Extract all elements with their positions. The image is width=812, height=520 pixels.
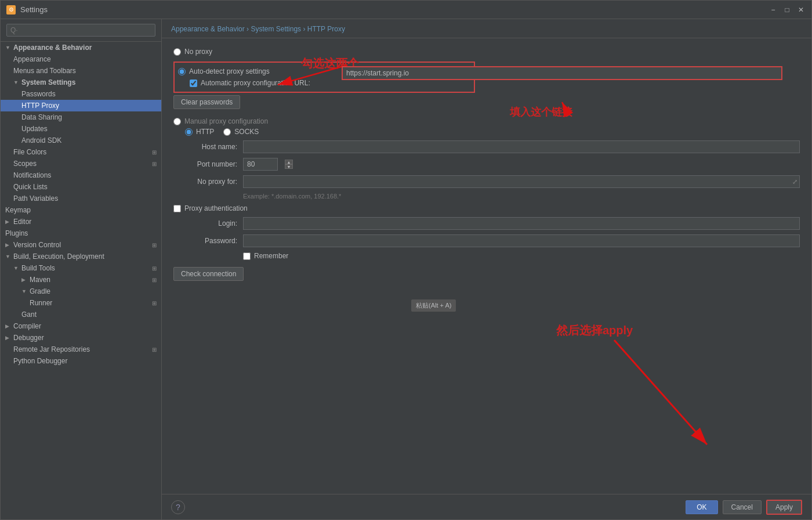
sidebar-item-appearance[interactable]: Appearance bbox=[1, 53, 161, 65]
sidebar-item-http-proxy[interactable]: HTTP Proxy bbox=[1, 100, 161, 111]
sidebar-item-runner[interactable]: Runner ⊞ bbox=[1, 297, 161, 309]
password-label: Password: bbox=[173, 237, 237, 245]
login-label: Login: bbox=[173, 219, 237, 228]
sidebar-item-updates[interactable]: Updates bbox=[1, 123, 161, 135]
minimize-button[interactable]: − bbox=[768, 5, 778, 15]
sidebar-item-label: Path Variables bbox=[13, 194, 58, 203]
sidebar-item-notifications[interactable]: Notifications bbox=[1, 169, 161, 181]
check-connection-button[interactable]: Check connection bbox=[173, 267, 244, 281]
proxy-radio-group: No proxy Auto-detect proxy settings Auto… bbox=[173, 48, 800, 125]
sidebar-item-label: Data Sharing bbox=[21, 113, 62, 121]
content-area: ▼ Appearance & Behavior Appearance Menus… bbox=[1, 19, 811, 519]
sidebar-item-python-debugger[interactable]: Python Debugger bbox=[1, 355, 161, 367]
sidebar-item-label: Passwords bbox=[21, 90, 56, 98]
socks-option[interactable]: SOCKS bbox=[223, 128, 259, 136]
sidebar-item-compiler[interactable]: ▶ Compiler bbox=[1, 320, 161, 332]
apply-button[interactable]: Apply bbox=[766, 500, 802, 515]
runner-icon: ⊞ bbox=[152, 300, 157, 306]
sidebar-item-keymap[interactable]: Keymap bbox=[1, 204, 161, 216]
sidebar-item-remote-jar[interactable]: Remote Jar Repositories ⊞ bbox=[1, 344, 161, 355]
window-title: Settings bbox=[20, 5, 768, 14]
sidebar-item-system-settings[interactable]: ▼ System Settings bbox=[1, 77, 161, 88]
expand-arrow: ▼ bbox=[21, 288, 27, 294]
sidebar-item-label: Python Debugger bbox=[13, 357, 67, 365]
clear-passwords-button[interactable]: Clear passwords bbox=[173, 95, 240, 109]
password-input[interactable] bbox=[243, 234, 800, 247]
cancel-button[interactable]: Cancel bbox=[723, 500, 762, 514]
auto-detect-radio[interactable] bbox=[178, 68, 186, 75]
expand-arrow: ▶ bbox=[5, 323, 11, 329]
sidebar-item-file-colors[interactable]: File Colors ⊞ bbox=[1, 146, 161, 158]
expand-arrow: ▶ bbox=[21, 277, 27, 283]
close-button[interactable]: ✕ bbox=[796, 5, 806, 15]
proxy-auth-checkbox[interactable] bbox=[173, 205, 181, 212]
expand-arrow: ▼ bbox=[5, 45, 11, 50]
auto-config-checkbox[interactable] bbox=[190, 80, 197, 87]
socks-radio[interactable] bbox=[223, 128, 231, 136]
port-up-button[interactable]: ▲ bbox=[285, 160, 293, 164]
sidebar-item-build-tools[interactable]: ▼ Build Tools ⊞ bbox=[1, 262, 161, 274]
auto-config-url-row: Automatic proxy configuration URL: bbox=[190, 79, 469, 87]
remember-checkbox[interactable] bbox=[243, 252, 251, 260]
clear-passwords-row: Clear passwords bbox=[173, 91, 800, 109]
sidebar-item-quick-lists[interactable]: Quick Lists bbox=[1, 181, 161, 193]
expand-arrow: ▼ bbox=[13, 80, 19, 85]
port-number-input[interactable] bbox=[243, 158, 278, 171]
no-proxy-wrapper: ⤢ bbox=[243, 175, 800, 188]
main-panel: Appearance & Behavior › System Settings … bbox=[162, 19, 811, 519]
sidebar-item-appearance-behavior[interactable]: ▼ Appearance & Behavior bbox=[1, 42, 161, 53]
no-proxy-for-input[interactable] bbox=[243, 175, 800, 188]
search-input[interactable] bbox=[6, 24, 155, 37]
sidebar-item-path-variables[interactable]: Path Variables bbox=[1, 193, 161, 204]
sidebar-item-debugger[interactable]: ▶ Debugger bbox=[1, 332, 161, 344]
sidebar-item-label: Keymap bbox=[5, 206, 31, 214]
sidebar-item-plugins[interactable]: Plugins bbox=[1, 228, 161, 239]
annotation-then-apply: 然后选择apply bbox=[556, 323, 633, 338]
sidebar-item-gradle[interactable]: ▼ Gradle bbox=[1, 286, 161, 297]
sidebar-item-scopes[interactable]: Scopes ⊞ bbox=[1, 158, 161, 169]
manual-proxy-radio[interactable] bbox=[173, 118, 181, 125]
sidebar-item-menus-toolbars[interactable]: Menus and Toolbars bbox=[1, 65, 161, 77]
sidebar-item-build-execution[interactable]: ▼ Build, Execution, Deployment bbox=[1, 251, 161, 262]
no-proxy-for-label: No proxy for: bbox=[173, 178, 237, 186]
http-radio[interactable] bbox=[185, 128, 193, 136]
host-name-input[interactable] bbox=[243, 140, 800, 153]
port-spinner: ▲ ▼ bbox=[285, 160, 293, 169]
build-tools-icon: ⊞ bbox=[152, 265, 157, 272]
no-proxy-label: No proxy bbox=[184, 48, 212, 56]
example-text: Example: *.domain.com, 192.168.* bbox=[243, 193, 800, 200]
svg-line-5 bbox=[614, 340, 707, 445]
sidebar-item-data-sharing[interactable]: Data Sharing bbox=[1, 111, 161, 123]
http-label: HTTP bbox=[196, 128, 214, 136]
no-proxy-for-row: No proxy for: ⤢ bbox=[173, 175, 800, 188]
no-proxy-option[interactable]: No proxy bbox=[173, 48, 800, 56]
sidebar-item-gant[interactable]: Gant bbox=[1, 309, 161, 320]
no-proxy-radio[interactable] bbox=[173, 48, 181, 56]
help-button[interactable]: ? bbox=[171, 500, 185, 514]
sidebar-item-editor[interactable]: ▶ Editor bbox=[1, 216, 161, 228]
port-down-button[interactable]: ▼ bbox=[285, 164, 293, 169]
sidebar-item-maven[interactable]: ▶ Maven ⊞ bbox=[1, 274, 161, 286]
proxy-url-input[interactable] bbox=[343, 67, 781, 79]
maven-icon: ⊞ bbox=[152, 277, 157, 283]
sidebar-item-label: Compiler bbox=[13, 322, 41, 330]
remember-label: Remember bbox=[254, 252, 288, 260]
http-option[interactable]: HTTP bbox=[185, 128, 214, 136]
remote-jar-icon: ⊞ bbox=[152, 346, 157, 353]
login-input[interactable] bbox=[243, 217, 800, 230]
sidebar-item-label: Notifications bbox=[13, 171, 51, 179]
sidebar-item-label: File Colors bbox=[13, 148, 46, 156]
proxy-auth-label: Proxy authentication bbox=[184, 204, 248, 212]
sidebar-item-android-sdk[interactable]: Android SDK bbox=[1, 135, 161, 146]
hotkey-hint: 粘贴(Alt + A) bbox=[411, 299, 456, 312]
manual-proxy-option[interactable]: Manual proxy configuration bbox=[173, 117, 800, 125]
proxy-auth-row: Proxy authentication bbox=[173, 204, 800, 212]
sidebar-item-passwords[interactable]: Passwords bbox=[1, 88, 161, 100]
breadcrumb-text: Appearance & Behavior › System Settings … bbox=[171, 25, 345, 33]
ok-button[interactable]: OK bbox=[686, 500, 717, 514]
maximize-button[interactable]: □ bbox=[782, 5, 792, 15]
sidebar-item-version-control[interactable]: ▶ Version Control ⊞ bbox=[1, 239, 161, 251]
sidebar-item-label: Gradle bbox=[30, 287, 50, 295]
sidebar-item-label: Runner bbox=[30, 299, 52, 307]
remember-row: Remember bbox=[243, 252, 800, 260]
